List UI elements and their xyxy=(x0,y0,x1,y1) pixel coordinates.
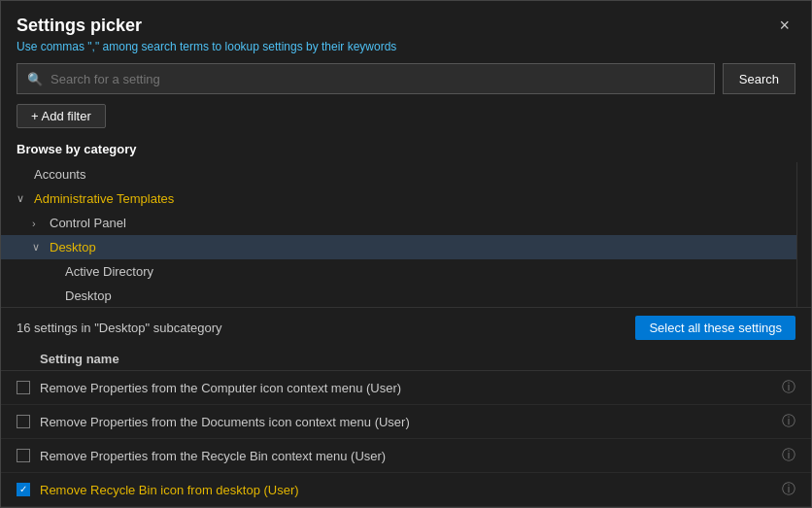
settings-header: 16 settings in "Desktop" subcategory Sel… xyxy=(1,308,811,348)
tree-item-control-panel[interactable]: › Control Panel xyxy=(1,211,796,235)
settings-picker-dialog: Settings picker × Use commas "," among s… xyxy=(0,0,812,508)
checkbox-s2[interactable] xyxy=(17,415,30,428)
main-content: Accounts ∨ Administrative Templates › Co… xyxy=(1,162,811,307)
search-button[interactable]: Search xyxy=(723,63,795,94)
setting-label-s4: Remove Recycle Bin icon from desktop (Us… xyxy=(40,483,772,497)
info-icon-s3[interactable]: ⓘ xyxy=(782,447,795,464)
tree-item-desktop[interactable]: ∨ Desktop xyxy=(1,235,796,259)
select-all-button[interactable]: Select all these settings xyxy=(635,316,795,340)
setting-row-s1: Remove Properties from the Computer icon… xyxy=(1,371,811,405)
search-input-wrap: 🔍 xyxy=(17,63,715,94)
checkbox-s4[interactable] xyxy=(17,483,30,496)
settings-count: 16 settings in "Desktop" subcategory xyxy=(17,321,222,335)
setting-row-s4: Remove Recycle Bin icon from desktop (Us… xyxy=(1,473,811,507)
tree-item-desktop-sub[interactable]: Desktop xyxy=(1,284,796,307)
chevron-admin-templates: ∨ xyxy=(17,192,28,205)
info-icon-s4[interactable]: ⓘ xyxy=(782,481,795,498)
subtitle-text: Use commas "," among search terms to xyxy=(17,40,221,53)
chevron-desktop: ∨ xyxy=(32,241,44,254)
bottom-panel: 16 settings in "Desktop" subcategory Sel… xyxy=(1,307,811,507)
checkbox-s1[interactable] xyxy=(17,381,30,394)
close-button[interactable]: × xyxy=(773,15,795,36)
setting-label-s2: Remove Properties from the Documents ico… xyxy=(40,415,772,429)
setting-label-s3: Remove Properties from the Recycle Bin c… xyxy=(40,449,772,463)
tree-item-label-accounts: Accounts xyxy=(34,167,85,182)
tree-item-label-control-panel: Control Panel xyxy=(50,216,126,230)
add-filter-button[interactable]: + Add filter xyxy=(17,104,106,128)
checkbox-s3[interactable] xyxy=(17,449,30,462)
subtitle: Use commas "," among search terms to loo… xyxy=(1,40,811,63)
dialog-title: Settings picker xyxy=(17,16,142,36)
tree-item-label-desktop: Desktop xyxy=(50,240,96,254)
filter-row: + Add filter xyxy=(1,104,811,138)
browse-by-category-label: Browse by category xyxy=(1,138,811,162)
setting-row-s3: Remove Properties from the Recycle Bin c… xyxy=(1,439,811,473)
info-icon-s2[interactable]: ⓘ xyxy=(782,413,795,430)
tree-item-label-active-directory: Active Directory xyxy=(65,264,153,279)
search-row: 🔍 Search xyxy=(1,63,811,104)
tree-item-admin-templates[interactable]: ∨ Administrative Templates xyxy=(1,186,796,211)
info-icon-s1[interactable]: ⓘ xyxy=(782,379,795,396)
tree-item-active-directory[interactable]: Active Directory xyxy=(1,259,796,284)
chevron-control-panel: › xyxy=(32,218,44,229)
settings-list: Remove Properties from the Computer icon… xyxy=(1,371,811,507)
search-icon: 🔍 xyxy=(27,72,43,86)
title-bar: Settings picker × xyxy=(1,1,811,40)
setting-row-s2: Remove Properties from the Documents ico… xyxy=(1,405,811,439)
search-input[interactable] xyxy=(51,72,704,86)
col-header-label: Setting name xyxy=(40,352,119,366)
settings-col-header: Setting name xyxy=(1,348,811,371)
tree-item-accounts[interactable]: Accounts xyxy=(1,162,796,186)
tree-panel[interactable]: Accounts ∨ Administrative Templates › Co… xyxy=(1,162,797,307)
setting-label-s1: Remove Properties from the Computer icon… xyxy=(40,381,772,395)
tree-item-label-desktop-sub: Desktop xyxy=(65,288,112,303)
tree-item-label-admin-templates: Administrative Templates xyxy=(34,191,174,206)
add-filter-label: + Add filter xyxy=(31,109,91,123)
subtitle-link[interactable]: lookup settings by their keywords xyxy=(225,40,397,53)
